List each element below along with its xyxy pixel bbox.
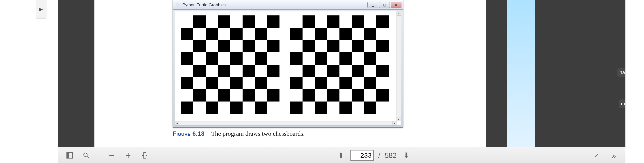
chess-square <box>267 77 280 89</box>
window-client-area: ▴ ▾ ◂ ▸ <box>175 11 401 126</box>
chess-square <box>206 40 218 52</box>
chess-square <box>290 77 302 89</box>
chess-square <box>302 15 315 28</box>
chevron-double-right-icon: » <box>612 151 616 160</box>
page-gutter-right <box>486 0 507 147</box>
chess-square <box>255 102 267 114</box>
chess-square <box>376 65 389 77</box>
chess-square <box>193 40 206 52</box>
sidebar-toggle-button[interactable] <box>64 150 75 161</box>
chess-square <box>327 89 340 102</box>
chevron-right-icon: ▶ <box>40 6 43 12</box>
chess-square <box>242 15 255 28</box>
zoom-icon <box>142 152 148 159</box>
chess-square <box>352 15 364 28</box>
chess-square <box>376 40 389 52</box>
chess-square <box>352 28 364 40</box>
chess-square <box>327 40 340 52</box>
find-button[interactable] <box>81 150 91 161</box>
page-up-button[interactable]: ⬆ <box>336 150 346 161</box>
chess-square <box>230 65 242 77</box>
chessboard <box>181 15 280 114</box>
svg-rect-1 <box>67 153 69 158</box>
chess-square <box>193 15 206 28</box>
chess-square <box>302 52 315 65</box>
chess-square <box>267 52 280 65</box>
svg-point-2 <box>84 153 87 157</box>
horizontal-scrollbar[interactable]: ◂ ▸ <box>175 121 397 126</box>
tools-button[interactable]: » <box>609 150 619 161</box>
chess-square <box>302 77 315 89</box>
chess-square <box>364 15 376 28</box>
chess-square <box>376 102 389 114</box>
chess-square <box>230 40 242 52</box>
chess-square <box>376 89 389 102</box>
chess-square <box>340 89 352 102</box>
svg-line-3 <box>87 156 89 158</box>
chess-square <box>255 77 267 89</box>
chess-square <box>206 28 218 40</box>
outer-gutter-right: ha m <box>535 0 626 147</box>
chess-square <box>267 89 280 102</box>
chess-square <box>327 65 340 77</box>
chess-square <box>242 52 255 65</box>
maximize-button[interactable]: ▢ <box>379 2 390 8</box>
chess-square <box>181 28 193 40</box>
chess-square <box>193 65 206 77</box>
search-icon <box>83 152 89 159</box>
chess-square <box>242 102 255 114</box>
chessboard <box>290 15 389 114</box>
chess-square <box>181 102 193 114</box>
figure-label: Figure 6.13 <box>173 130 204 137</box>
chess-square <box>206 65 218 77</box>
chess-square <box>327 102 340 114</box>
zoom-menu-button[interactable] <box>140 150 150 161</box>
chess-square <box>267 102 280 114</box>
app-icon <box>176 3 180 7</box>
chess-square <box>206 102 218 114</box>
toc-tab[interactable]: ha <box>617 68 626 77</box>
chess-square <box>193 52 206 65</box>
scroll-right-icon[interactable]: ▸ <box>392 121 397 126</box>
chess-square <box>181 89 193 102</box>
scroll-up-icon[interactable]: ▴ <box>397 11 401 16</box>
fullscreen-icon: ⤢ <box>594 152 598 159</box>
chess-square <box>230 77 242 89</box>
zoom-out-button[interactable]: − <box>106 150 117 161</box>
chess-square <box>340 77 352 89</box>
chess-square <box>315 89 327 102</box>
chess-square <box>181 40 193 52</box>
chess-square <box>193 77 206 89</box>
close-button[interactable]: ✕ <box>391 2 402 8</box>
page-number-input[interactable] <box>350 150 374 161</box>
sidebar-expand-handle[interactable]: ▶ <box>36 0 46 18</box>
chess-square <box>352 89 364 102</box>
chess-square <box>364 102 376 114</box>
chess-square <box>340 65 352 77</box>
chess-square <box>255 89 267 102</box>
chess-square <box>230 89 242 102</box>
minimize-button[interactable]: ▁ <box>368 2 378 8</box>
chess-square <box>290 28 302 40</box>
vertical-scrollbar[interactable]: ▴ ▾ <box>396 11 401 121</box>
arrow-up-icon: ⬆ <box>338 151 344 160</box>
presentation-button[interactable]: ⤢ <box>591 150 601 161</box>
chess-square <box>181 52 193 65</box>
chess-square <box>255 65 267 77</box>
page-down-button[interactable]: ⬇ <box>401 150 412 161</box>
toc-tab[interactable]: m <box>619 100 626 108</box>
chess-square <box>376 28 389 40</box>
scroll-left-icon[interactable]: ◂ <box>175 121 179 126</box>
chess-square <box>218 52 230 65</box>
chess-square <box>302 102 315 114</box>
page-separator: / <box>378 151 380 160</box>
chess-square <box>267 65 280 77</box>
chess-square <box>376 77 389 89</box>
chess-square <box>230 28 242 40</box>
zoom-in-button[interactable]: + <box>123 150 133 161</box>
window-titlebar: Python Turtle Graphics ▁ ▢ ✕ <box>173 0 403 10</box>
chess-square <box>327 28 340 40</box>
chess-square <box>352 65 364 77</box>
chess-square <box>218 65 230 77</box>
scroll-down-icon[interactable]: ▾ <box>397 117 401 121</box>
